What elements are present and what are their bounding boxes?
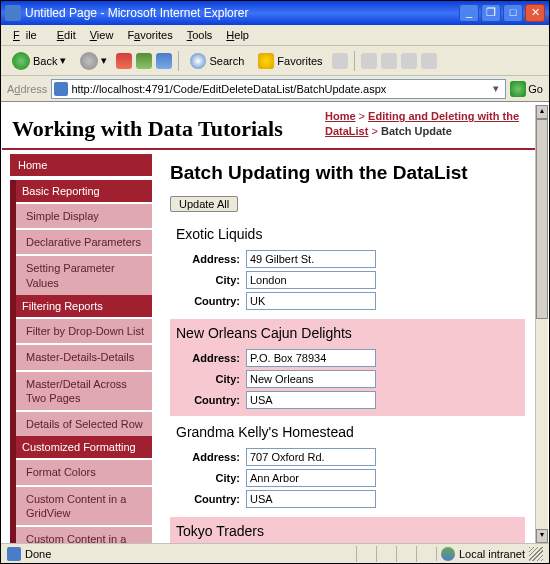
city-label: City: [176,373,246,385]
done-icon [7,547,21,561]
supplier-block: New Orleans Cajun DelightsAddress:City:C… [170,319,525,416]
address-label: Address: [176,451,246,463]
main-content: Batch Updating with the DataList Update … [152,154,535,543]
city-input[interactable] [246,370,376,388]
chevron-down-icon: ▾ [60,54,66,67]
sidebar-group-head[interactable]: Filtering Reports [16,295,152,317]
address-field[interactable]: ▾ [51,79,506,99]
zone-text: Local intranet [459,548,525,560]
scroll-thumb[interactable] [536,119,548,319]
country-input[interactable] [246,292,376,310]
menu-file[interactable]: File [7,27,49,43]
country-input[interactable] [246,391,376,409]
scroll-up-button[interactable]: ▴ [536,105,548,119]
forward-icon [80,52,98,70]
scroll-down-button[interactable]: ▾ [536,529,548,543]
window-title: Untitled Page - Microsoft Internet Explo… [25,6,459,20]
supplier-block: Tokyo TradersAddress:City:Country: [170,517,525,543]
site-title: Working with Data Tutorials [12,116,283,142]
chevron-down-icon: ▾ [101,54,107,67]
breadcrumb-home[interactable]: Home [325,110,356,122]
address-input[interactable] [246,349,376,367]
maximize-button[interactable]: □ [503,4,523,22]
menu-view[interactable]: View [84,27,120,43]
mail-button[interactable] [361,53,377,69]
close-button[interactable]: ✕ [525,4,545,22]
city-label: City: [176,274,246,286]
window-titlebar: Untitled Page - Microsoft Internet Explo… [1,1,549,25]
city-input[interactable] [246,469,376,487]
country-label: Country: [176,394,246,406]
page-content: Working with Data Tutorials Home > Editi… [2,105,535,543]
sidebar-item[interactable]: Format Colors [16,458,152,484]
supplier-name: New Orleans Cajun Delights [176,325,519,341]
city-label: City: [176,472,246,484]
status-bar: Done Local intranet [1,543,549,563]
refresh-button[interactable] [136,53,152,69]
address-input[interactable] [246,250,376,268]
messenger-button[interactable] [421,53,437,69]
sidebar-item[interactable]: Custom Content in a GridView [16,485,152,526]
address-dropdown[interactable]: ▾ [489,82,503,95]
menu-bar: File Edit View Favorites Tools Help [1,25,549,46]
toolbar: Back ▾ ▾ Search Favorites [1,46,549,76]
sidebar: Home Basic ReportingSimple DisplayDeclar… [2,154,152,543]
sidebar-item[interactable]: Custom Content in a DetailsView [16,525,152,543]
address-input[interactable] [246,448,376,466]
app-icon [5,5,21,21]
country-label: Country: [176,493,246,505]
update-all-button[interactable]: Update All [170,196,238,212]
go-icon [510,81,526,97]
page-heading: Batch Updating with the DataList [170,162,525,184]
breadcrumb-current: Batch Update [381,125,452,137]
restore-button[interactable]: ❐ [481,4,501,22]
vertical-scrollbar[interactable]: ▴ ▾ [535,105,548,543]
supplier-block: Grandma Kelly's HomesteadAddress:City:Co… [170,418,525,515]
menu-edit[interactable]: Edit [51,27,82,43]
address-label: Address: [176,253,246,265]
search-button[interactable]: Search [185,50,249,72]
star-icon [258,53,274,69]
edit-button[interactable] [401,53,417,69]
favorites-button[interactable]: Favorites [253,50,327,72]
city-input[interactable] [246,271,376,289]
resize-grip[interactable] [529,547,543,561]
menu-favorites[interactable]: Favorites [121,27,178,43]
sidebar-item[interactable]: Setting Parameter Values [16,254,152,295]
address-label: Address: [176,352,246,364]
go-button[interactable]: Go [510,81,543,97]
menu-help[interactable]: Help [220,27,255,43]
sidebar-item[interactable]: Declarative Parameters [16,228,152,254]
zone-icon [441,547,455,561]
minimize-button[interactable]: _ [459,4,479,22]
address-input[interactable] [71,83,489,95]
forward-button[interactable]: ▾ [75,49,112,73]
print-button[interactable] [381,53,397,69]
history-button[interactable] [332,53,348,69]
supplier-name: Tokyo Traders [176,523,519,539]
sidebar-group-head[interactable]: Basic Reporting [16,180,152,202]
page-icon [54,82,68,96]
home-button[interactable] [156,53,172,69]
back-icon [12,52,30,70]
country-input[interactable] [246,490,376,508]
search-icon [190,53,206,69]
address-label: Address [7,83,47,95]
supplier-name: Grandma Kelly's Homestead [176,424,519,440]
breadcrumb: Home > Editing and Deleting with the Dat… [325,109,525,142]
status-text: Done [25,548,51,560]
sidebar-item[interactable]: Master/Detail Across Two Pages [16,370,152,411]
menu-tools[interactable]: Tools [181,27,219,43]
sidebar-item[interactable]: Filter by Drop-Down List [16,317,152,343]
sidebar-item[interactable]: Simple Display [16,202,152,228]
sidebar-item[interactable]: Details of Selected Row [16,410,152,436]
supplier-name: Exotic Liquids [176,226,519,242]
sidebar-item-home[interactable]: Home [10,154,152,178]
country-label: Country: [176,295,246,307]
sidebar-item[interactable]: Master-Details-Details [16,343,152,369]
back-button[interactable]: Back ▾ [7,49,71,73]
supplier-block: Exotic LiquidsAddress:City:Country: [170,220,525,317]
sidebar-group-head[interactable]: Customized Formatting [16,436,152,458]
stop-button[interactable] [116,53,132,69]
address-bar: Address ▾ Go [1,76,549,102]
